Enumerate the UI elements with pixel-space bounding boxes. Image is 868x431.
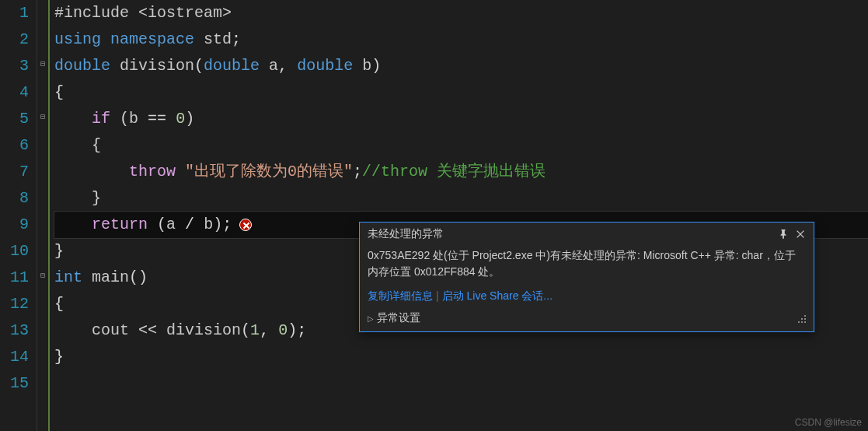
popup-title: 未经处理的异常 [368,227,778,241]
code-line: } [54,185,868,212]
code-line: } [54,344,868,370]
line-number: 1 [8,0,29,26]
line-number: 14 [8,344,29,370]
fold-column: ⊟ ⊟ ⊟ [37,0,48,431]
fold-toggle-icon[interactable]: ⊟ [39,271,47,280]
line-number: 9 [8,212,29,238]
pin-icon[interactable] [778,229,789,240]
line-number: 8 [8,185,29,212]
line-number: 2 [8,26,29,53]
error-badge-icon[interactable] [239,219,252,231]
code-line: if (b == 0) [54,106,868,132]
line-number: 13 [8,317,29,344]
code-area[interactable]: #include <iostream> using namespace std;… [48,0,868,431]
line-number: 11 [8,265,29,291]
line-number: 6 [8,132,29,159]
code-line: #include <iostream> [54,0,868,26]
watermark: CSDN @lifesize [795,417,862,428]
line-number: 3 [8,53,29,79]
live-share-link[interactable]: 启动 Live Share 会话... [442,289,553,302]
line-number: 12 [8,291,29,317]
code-line: double division(double a, double b) [54,53,868,79]
fold-toggle-icon[interactable]: ⊟ [39,112,47,121]
code-line [54,370,868,397]
close-icon[interactable] [795,229,806,240]
code-line: using namespace std; [54,26,868,53]
popup-message: 0x753AE292 处(位于 Project2.exe 中)有未经处理的异常:… [360,244,814,286]
code-editor: 1 2 3 4 5 6 7 8 9 10 11 12 13 14 15 ⊟ ⊟ … [0,0,868,431]
fold-toggle-icon[interactable]: ⊟ [39,59,47,68]
popup-header: 未经处理的异常 [360,223,814,244]
exception-popup: 未经处理的异常 0x753AE292 处(位于 Project2.exe 中)有… [359,222,814,332]
code-line: throw "出现了除数为0的错误";//throw 关键字抛出错误 [54,159,868,185]
copy-details-link[interactable]: 复制详细信息 [368,289,433,302]
popup-links: 复制详细信息|启动 Live Share 会话... [360,286,814,307]
code-line: { [54,132,868,159]
line-number-gutter: 1 2 3 4 5 6 7 8 9 10 11 12 13 14 15 [0,0,37,431]
code-line: { [54,79,868,106]
line-number: 10 [8,238,29,265]
line-number: 4 [8,79,29,106]
line-number: 5 [8,106,29,132]
line-number: 15 [8,370,29,397]
line-number: 7 [8,159,29,185]
resize-grip-icon[interactable] [797,314,806,323]
exception-settings-toggle[interactable]: 异常设置 [368,311,420,325]
